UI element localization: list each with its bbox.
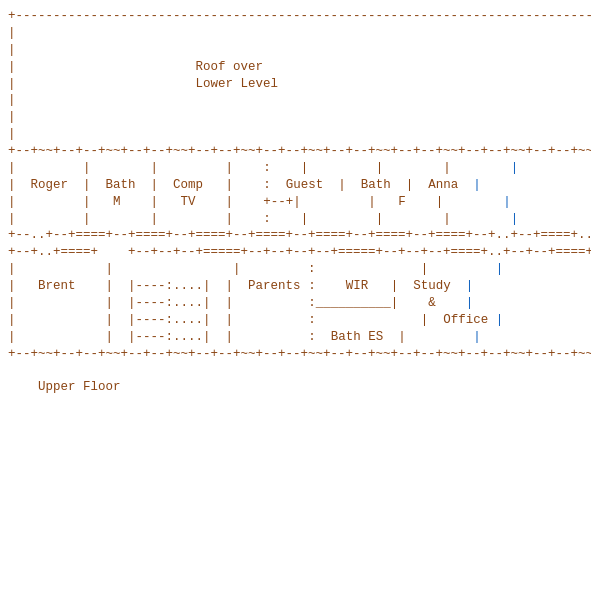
plan-text: +---------------------------------------…: [8, 8, 591, 396]
